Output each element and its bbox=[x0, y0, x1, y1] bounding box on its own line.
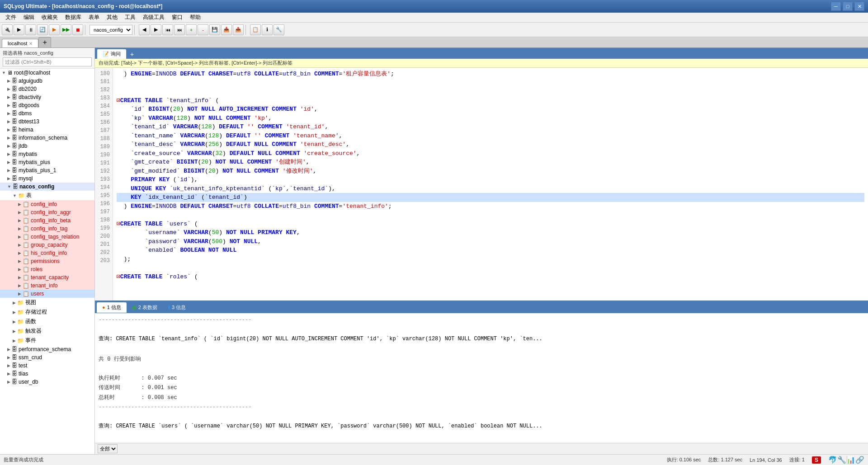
tree-db-dbactivity[interactable]: ▶ 🗄 dbactivity bbox=[0, 93, 94, 101]
minimize-button[interactable]: ─ bbox=[831, 2, 841, 11]
tree-db-ssm-crud[interactable]: ▶ 🗄 ssm_crud bbox=[0, 353, 94, 362]
menu-file[interactable]: 文件 bbox=[2, 13, 20, 22]
sql-editor[interactable]: 180 181 182 183 184 185 186 187 188 189 … bbox=[95, 68, 868, 301]
import-button[interactable]: 📥 bbox=[221, 24, 232, 35]
menu-edit[interactable]: 编辑 bbox=[20, 13, 38, 22]
tree-db-dbgoods[interactable]: ▶ 🗄 dbgoods bbox=[0, 101, 94, 109]
tree-db-mybatis[interactable]: ▶ 🗄 mybatis bbox=[0, 150, 94, 158]
export-button[interactable]: 📤 bbox=[233, 24, 244, 35]
tree-section-views[interactable]: ▶ 📁 视图 bbox=[0, 298, 94, 307]
tree-table-users[interactable]: ▶ 📋 users bbox=[0, 290, 94, 298]
tree-table-config-tags-relation[interactable]: ▶ 📋 config_tags_relation bbox=[0, 233, 94, 241]
code-area[interactable]: ) ENGINE=INNODB DEFAULT CHARSET=utf8 COL… bbox=[113, 68, 868, 301]
refresh-button[interactable]: 🔄 bbox=[37, 24, 48, 35]
main-area: 筛选表格 nacos_config ▼ 🖥 root@localhost ▶ 🗄… bbox=[0, 48, 868, 454]
tree-table-his-config-info[interactable]: ▶ 📋 his_config_info bbox=[0, 249, 94, 257]
tree-section-triggers[interactable]: ▶ 📁 触发器 bbox=[0, 326, 94, 336]
delete-row-button[interactable]: - bbox=[198, 24, 208, 35]
sqlyog-logo: S bbox=[812, 456, 821, 464]
filter-input[interactable] bbox=[3, 57, 92, 66]
tree-table-group-capacity[interactable]: ▶ 📋 group_capacity bbox=[0, 241, 94, 249]
tree-db-mysql[interactable]: ▶ 🗄 mysql bbox=[0, 174, 94, 183]
tree-table-config-info[interactable]: ▶ 📋 config_info bbox=[0, 200, 94, 208]
tree-db-dbtest13[interactable]: ▶ 🗄 dbtest13 bbox=[0, 117, 94, 126]
stop-button[interactable]: ⏸ bbox=[25, 24, 36, 35]
tree-section-functions[interactable]: ▶ 📁 函数 bbox=[0, 317, 94, 326]
result-exec-time-1: 执行耗时 : 0.007 sec bbox=[99, 374, 864, 383]
menu-tools[interactable]: 工具 bbox=[121, 13, 139, 22]
tree-db-mybatis-plus-1[interactable]: ▶ 🗄 mybatis_plus_1 bbox=[0, 166, 94, 174]
tree-table-tenant-info[interactable]: ▶ 📋 tenant_info bbox=[0, 282, 94, 290]
first-button[interactable]: ⏮ bbox=[162, 24, 173, 35]
connection-tabbar: localhost ✕ + bbox=[0, 37, 868, 48]
result-tab-tabledata[interactable]: ▦ 2 表数据 bbox=[127, 302, 163, 313]
result-rows-1: 共 0 行受到影响 bbox=[99, 355, 864, 364]
code-line-194: KEY `idx_tenant_id` (`tenant_id`) bbox=[117, 193, 864, 202]
prev-button[interactable]: ◀ bbox=[139, 24, 150, 35]
tree-table-tenant-capacity[interactable]: ▶ 📋 tenant_capacity bbox=[0, 273, 94, 282]
tree-db-atguigudb[interactable]: ▶ 🗄 atguigudb bbox=[0, 77, 94, 85]
code-line-191: `gmt_modified` BIGINT(20) NOT NULL COMME… bbox=[117, 167, 864, 176]
tree-section-events[interactable]: ▶ 📁 事件 bbox=[0, 336, 94, 345]
schema-button[interactable]: 📋 bbox=[250, 24, 261, 35]
add-query-tab[interactable]: + bbox=[127, 50, 137, 59]
tree-table-config-info-tag[interactable]: ▶ 📋 config_info_tag bbox=[0, 225, 94, 233]
maximize-button[interactable]: □ bbox=[843, 2, 853, 11]
menu-other[interactable]: 其他 bbox=[103, 13, 121, 22]
result-tab-info2[interactable]: ℹ 3 信息 bbox=[163, 302, 191, 313]
code-line-189: `create_source` VARCHAR(32) DEFAULT NULL… bbox=[117, 149, 864, 158]
tree-db-information-schema[interactable]: ▶ 🗄 information_schema bbox=[0, 134, 94, 142]
sidebar-filter-area: 筛选表格 nacos_config bbox=[0, 48, 94, 69]
tree-db-heima[interactable]: ▶ 🗄 heima bbox=[0, 126, 94, 134]
save-button[interactable]: 💾 bbox=[209, 24, 220, 35]
connection-tab-localhost[interactable]: localhost ✕ bbox=[2, 39, 38, 47]
tree-db-tlias[interactable]: ▶ 🗄 tlias bbox=[0, 370, 94, 378]
result-tab-info[interactable]: ● 1 信息 bbox=[97, 302, 127, 313]
tree-db-user-db[interactable]: ▶ 🗄 user_db bbox=[0, 378, 94, 386]
window-title: SQLyog Ultimate - [localhost/nacos_confi… bbox=[4, 3, 162, 9]
add-connection-tab[interactable]: + bbox=[38, 37, 51, 47]
tree-section-procedures[interactable]: ▶ 📁 存储过程 bbox=[0, 307, 94, 317]
tree-root[interactable]: ▼ 🖥 root@localhost bbox=[0, 69, 94, 77]
connection-tab-close[interactable]: ✕ bbox=[29, 41, 33, 46]
tree-section-tables[interactable]: ▼ 📁 表 bbox=[0, 191, 94, 200]
autocomplete-text: 自动完成: [Tab]-> 下一个标签, [Ctrl+Space]-> 列出所有… bbox=[99, 60, 292, 66]
query-tab-label: 询问 bbox=[111, 51, 121, 57]
menu-window[interactable]: 窗口 bbox=[168, 13, 186, 22]
exec-all-button[interactable]: ▶▶ bbox=[61, 24, 71, 35]
query-builder-button[interactable]: 🔧 bbox=[274, 24, 284, 35]
tree-table-config-info-beta[interactable]: ▶ 📋 config_info_beta bbox=[0, 216, 94, 225]
status-connection: 连接: 1 bbox=[789, 456, 805, 463]
add-row-button[interactable]: + bbox=[186, 24, 197, 35]
tree-db-jtdb[interactable]: ▶ 🗄 jtdb bbox=[0, 142, 94, 150]
tree-db-db2020[interactable]: ▶ 🗄 db2020 bbox=[0, 85, 94, 93]
menu-table[interactable]: 表单 bbox=[85, 13, 103, 22]
menu-database[interactable]: 数据库 bbox=[61, 13, 85, 22]
new-connection-button[interactable]: 🔌 bbox=[2, 24, 13, 35]
db-icon: 🖥 bbox=[7, 70, 13, 76]
tree-db-performance-schema[interactable]: ▶ 🗄 performance_schema bbox=[0, 345, 94, 353]
tree-db-mybatis-plus[interactable]: ▶ 🗄 mybatis_plus bbox=[0, 158, 94, 166]
menu-advanced[interactable]: 高级工具 bbox=[139, 13, 168, 22]
query-tab-main[interactable]: 📝 询问 bbox=[97, 49, 127, 59]
tree-db-dbms[interactable]: ▶ 🗄 dbms bbox=[0, 109, 94, 117]
tree-db-nacos-config[interactable]: ▼ 🗄 nacos_config bbox=[0, 183, 94, 191]
code-line-201: ); bbox=[117, 255, 864, 264]
tree-db-test[interactable]: ▶ 🗄 test bbox=[0, 362, 94, 370]
menu-help[interactable]: 帮助 bbox=[186, 13, 204, 22]
table-info-button[interactable]: ℹ bbox=[262, 24, 273, 35]
close-button[interactable]: ✕ bbox=[854, 2, 864, 11]
tree-table-roles[interactable]: ▶ 📋 roles bbox=[0, 265, 94, 273]
menu-favorites[interactable]: 收藏夹 bbox=[38, 13, 61, 22]
stop-query-button[interactable]: ⏹ bbox=[72, 24, 83, 35]
window-controls[interactable]: ─ □ ✕ bbox=[831, 2, 864, 11]
execute-button[interactable]: ▶ bbox=[49, 24, 60, 35]
database-selector[interactable]: nacos_config bbox=[90, 25, 132, 35]
result-filter-select[interactable]: 全部 bbox=[98, 444, 118, 453]
code-line-197: ⊡CREATE TABLE `users` ( bbox=[117, 220, 864, 229]
open-button[interactable]: ▶ bbox=[14, 24, 24, 35]
tree-table-permissions[interactable]: ▶ 📋 permissions bbox=[0, 257, 94, 265]
next-button[interactable]: ▶ bbox=[151, 24, 161, 35]
last-button[interactable]: ⏭ bbox=[174, 24, 185, 35]
tree-table-config-info-aggr[interactable]: ▶ 📋 config_info_aggr bbox=[0, 208, 94, 216]
